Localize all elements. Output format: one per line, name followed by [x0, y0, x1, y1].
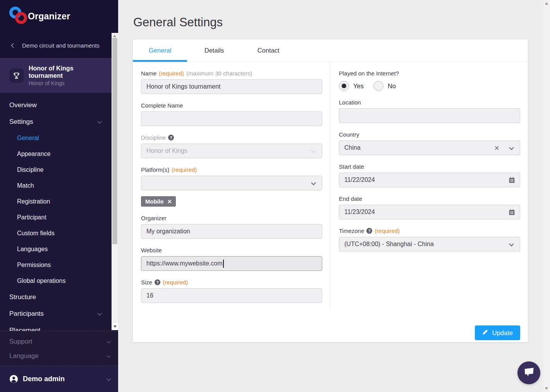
- platform-tag-mobile[interactable]: Mobile ×: [141, 196, 176, 207]
- tab-contact[interactable]: Contact: [241, 39, 296, 62]
- sidebar-item-support[interactable]: Support: [0, 334, 118, 349]
- sidebar-header: Organizer: [0, 0, 118, 33]
- platforms-field: Platform(s) (required) Mobile ×: [141, 166, 322, 207]
- sidebar-item-permissions[interactable]: Permissions: [0, 257, 112, 273]
- sidebar-nav: Overview Settings General Appearance Dis…: [0, 93, 112, 331]
- page-scrollbar[interactable]: [543, 0, 550, 392]
- help-icon[interactable]: ?: [168, 135, 174, 140]
- sidebar-item-custom-fields[interactable]: Custom fields: [0, 225, 112, 241]
- radio-option-no[interactable]: No: [373, 81, 396, 91]
- trophy-icon: [9, 68, 24, 83]
- internet-label: Played on the Internet?: [339, 70, 399, 77]
- chevron-down-icon: [107, 353, 111, 357]
- scroll-up-arrow-icon[interactable]: [545, 2, 548, 5]
- back-link-label: Demo circuit and tournaments: [22, 42, 100, 49]
- form-left-column: Name (required) (maximum 30 characters) …: [133, 62, 330, 308]
- location-label: Location: [339, 99, 361, 106]
- user-avatar-icon: [9, 375, 18, 383]
- discipline-label: Discipline: [141, 134, 166, 141]
- website-input[interactable]: https://www.mywebsite.com: [141, 256, 322, 271]
- sidebar-item-participants[interactable]: Participants: [0, 305, 112, 322]
- form-right-column: Played on the Internet? Yes No Location: [330, 62, 528, 308]
- country-select[interactable]: China ×: [339, 140, 520, 155]
- calendar-icon[interactable]: [509, 209, 515, 217]
- chevron-down-icon: [98, 311, 102, 315]
- sidebar-item-language[interactable]: Language: [0, 349, 118, 363]
- pencil-icon: [482, 329, 488, 337]
- update-button[interactable]: Update: [475, 325, 520, 340]
- sidebar-item-registration[interactable]: Registration: [0, 193, 112, 209]
- sidebar-footer-nav: Support Language: [0, 331, 118, 366]
- help-icon[interactable]: ?: [155, 279, 160, 285]
- scroll-up-arrow-icon[interactable]: [113, 35, 116, 37]
- required-badge: (required): [375, 228, 400, 234]
- sidebar-item-match[interactable]: Match: [0, 178, 112, 193]
- organizer-input[interactable]: My organization: [141, 224, 322, 239]
- timezone-field: Timezone ? (required) (UTC+08:00) - Shan…: [339, 228, 520, 252]
- chevron-down-icon: [98, 119, 102, 123]
- complete-name-input[interactable]: [141, 111, 322, 126]
- size-input[interactable]: 16: [141, 288, 322, 303]
- tab-general[interactable]: General: [133, 39, 187, 62]
- scroll-down-button[interactable]: [112, 323, 118, 330]
- radio-option-yes[interactable]: Yes: [339, 81, 364, 91]
- sidebar-item-settings[interactable]: Settings: [0, 113, 112, 130]
- chevron-down-icon: [107, 376, 111, 380]
- tab-details[interactable]: Details: [187, 39, 241, 62]
- clear-selection-icon[interactable]: ×: [494, 143, 499, 154]
- required-badge: (required): [163, 279, 188, 286]
- tab-bar: General Details Contact: [133, 39, 528, 62]
- sidebar-item-appearance[interactable]: Appearance: [0, 146, 112, 162]
- start-date-label: Start date: [339, 163, 364, 170]
- chevron-down-icon: [509, 145, 514, 150]
- name-input[interactable]: Honor of Kings tournament: [141, 79, 322, 94]
- chevron-down-icon: [311, 148, 316, 153]
- sidebar: Organizer Demo circuit and tournaments H…: [0, 0, 118, 392]
- scroll-down-arrow-icon: [113, 325, 117, 328]
- tournament-discipline: Honor of Kings: [29, 80, 95, 86]
- sidebar-item-participant[interactable]: Participant: [0, 209, 112, 225]
- sidebar-item-overview[interactable]: Overview: [0, 97, 112, 113]
- location-input[interactable]: [339, 108, 520, 123]
- sidebar-item-global-operations[interactable]: Global operations: [0, 273, 112, 289]
- sidebar-item-general[interactable]: General: [0, 130, 112, 146]
- radio-yes-selected[interactable]: [339, 81, 349, 91]
- current-tournament-card[interactable]: Honor of Kings tournament Honor of Kings: [0, 58, 112, 93]
- sidebar-item-discipline[interactable]: Discipline: [0, 162, 112, 178]
- page-title: General Settings: [133, 15, 543, 29]
- start-date-input[interactable]: 11/22/2024: [339, 173, 520, 187]
- name-field: Name (required) (maximum 30 characters) …: [141, 70, 322, 94]
- remove-tag-icon[interactable]: ×: [168, 198, 172, 205]
- chevron-down-icon: [107, 339, 111, 343]
- user-menu[interactable]: Demo admin: [0, 366, 118, 392]
- sidebar-item-languages[interactable]: Languages: [0, 241, 112, 257]
- timezone-select[interactable]: (UTC+08:00) - Shanghai - China: [339, 237, 520, 252]
- organizer-field: Organizer My organization: [141, 215, 322, 239]
- card-footer: Update: [133, 308, 528, 340]
- country-field: Country China ×: [339, 131, 520, 155]
- calendar-icon[interactable]: [509, 177, 515, 185]
- sidebar-item-placement[interactable]: Placement: [0, 322, 112, 331]
- size-label: Size: [141, 279, 152, 286]
- required-badge: (required): [159, 70, 184, 77]
- sidebar-scrollbar[interactable]: [112, 33, 118, 330]
- chevron-down-icon: [311, 180, 316, 185]
- end-date-input[interactable]: 11/23/2024: [339, 205, 520, 219]
- chat-launcher-button[interactable]: [517, 361, 540, 384]
- scroll-down-arrow-icon[interactable]: [545, 387, 548, 390]
- size-field: Size ? (required) 16: [141, 279, 322, 303]
- location-field: Location: [339, 99, 520, 123]
- complete-name-label: Complete Name: [141, 102, 183, 109]
- website-label: Website: [141, 247, 162, 253]
- back-to-circuit-link[interactable]: Demo circuit and tournaments: [0, 33, 112, 58]
- logo-ring-red-icon: [15, 12, 27, 24]
- sidebar-scrollbar-thumb[interactable]: [112, 38, 117, 244]
- sidebar-item-structure[interactable]: Structure: [0, 289, 112, 305]
- main-content: General Settings General Details Contact…: [118, 0, 543, 392]
- discipline-select[interactable]: Honor of Kings: [141, 144, 322, 158]
- platforms-select[interactable]: [141, 176, 322, 190]
- help-icon[interactable]: ?: [366, 228, 372, 234]
- radio-no[interactable]: [373, 81, 383, 91]
- end-date-label: End date: [339, 195, 362, 202]
- discipline-field: Discipline ? Honor of Kings: [141, 134, 322, 158]
